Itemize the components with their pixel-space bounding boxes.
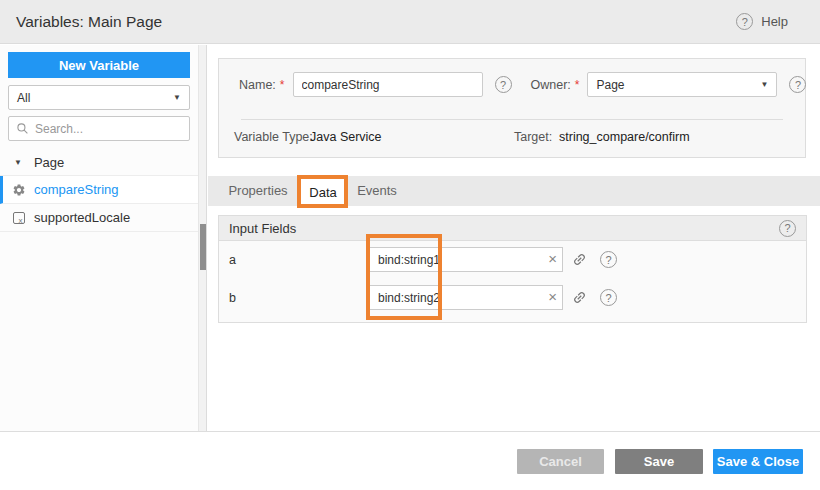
sidebar-scrollbar-track[interactable] bbox=[198, 45, 207, 431]
service-gear-icon bbox=[11, 183, 26, 197]
bind-link-icon[interactable] bbox=[569, 249, 590, 270]
expander-icon[interactable]: ▼ bbox=[14, 158, 22, 167]
variables-dialog: Variables: Main Page ? Help New Variable… bbox=[0, 0, 820, 490]
help-icon: ? bbox=[736, 13, 753, 30]
tab-properties[interactable]: Properties bbox=[216, 176, 300, 206]
field-name: b bbox=[229, 291, 369, 305]
name-label: Name: bbox=[239, 78, 276, 92]
variable-type-label: Variable Type: bbox=[234, 130, 313, 144]
tab-data[interactable]: Data bbox=[300, 176, 346, 206]
input-field-row-b: b × ? bbox=[229, 285, 617, 310]
field-help-icon[interactable]: ? bbox=[600, 289, 617, 306]
sidebar-item-supportedlocale[interactable]: x supportedLocale bbox=[0, 204, 198, 232]
name-owner-row: Name: * ? Owner: * Page ▼ ? bbox=[239, 72, 806, 97]
clear-icon[interactable]: × bbox=[548, 288, 557, 306]
input-field-row-a: a × ? bbox=[229, 247, 617, 272]
search-input[interactable] bbox=[35, 122, 175, 136]
help-label: Help bbox=[761, 14, 788, 29]
page-title: Variables: Main Page bbox=[16, 13, 162, 31]
input-fields-title: Input Fields bbox=[229, 221, 296, 236]
field-help-icon[interactable]: ? bbox=[600, 251, 617, 268]
input-fields-header: Input Fields ? bbox=[219, 216, 806, 241]
cancel-button[interactable]: Cancel bbox=[517, 449, 604, 474]
target-label: Target: bbox=[514, 130, 552, 144]
variable-type-value: Java Service bbox=[310, 130, 382, 144]
bind-link-icon[interactable] bbox=[569, 287, 590, 308]
tree-group-page[interactable]: ▼ Page bbox=[0, 150, 198, 176]
owner-value: Page bbox=[596, 78, 624, 92]
owner-dropdown[interactable]: Page ▼ bbox=[587, 72, 777, 97]
required-marker: * bbox=[575, 78, 580, 92]
help-button[interactable]: ? Help bbox=[736, 13, 788, 30]
sidebar-item-label: supportedLocale bbox=[34, 210, 130, 225]
input-fields-panel: Input Fields ? a × ? b × bbox=[218, 215, 807, 323]
binding-input-a[interactable] bbox=[369, 247, 563, 272]
search-icon bbox=[16, 122, 29, 135]
tab-bar: Properties Data Events bbox=[208, 176, 820, 206]
filter-dropdown[interactable]: All ▼ bbox=[8, 85, 190, 110]
variable-summary-form: Name: * ? Owner: * Page ▼ ? Variable Typ… bbox=[218, 58, 806, 158]
sidebar-scrollbar-thumb[interactable] bbox=[200, 224, 206, 270]
new-variable-button[interactable]: New Variable bbox=[8, 52, 190, 78]
owner-label: Owner: bbox=[531, 78, 571, 92]
save-button[interactable]: Save bbox=[615, 449, 703, 474]
binding-input-b[interactable] bbox=[369, 285, 563, 310]
required-marker: * bbox=[280, 78, 285, 92]
field-name: a bbox=[229, 253, 369, 267]
search-box bbox=[8, 116, 190, 141]
owner-help-icon[interactable]: ? bbox=[789, 76, 806, 93]
variable-field-icon: x bbox=[11, 212, 26, 224]
chevron-down-icon: ▼ bbox=[173, 93, 181, 102]
sidebar-item-label: compareString bbox=[34, 182, 119, 197]
name-field[interactable] bbox=[293, 72, 483, 97]
tree-group-label: Page bbox=[34, 155, 64, 170]
footer-bar: Cancel Save Save & Close bbox=[0, 431, 820, 490]
filter-value: All bbox=[17, 91, 30, 105]
variable-detail-pane: Name: * ? Owner: * Page ▼ ? Variable Typ… bbox=[208, 45, 820, 431]
input-fields-help-icon[interactable]: ? bbox=[779, 220, 796, 237]
header-bar: Variables: Main Page ? Help bbox=[0, 0, 820, 44]
form-divider bbox=[241, 119, 783, 120]
target-value: string_compare/confirm bbox=[559, 130, 690, 144]
clear-icon[interactable]: × bbox=[548, 250, 557, 268]
chevron-down-icon: ▼ bbox=[761, 80, 769, 89]
sidebar-item-comparestring[interactable]: compareString bbox=[0, 176, 198, 204]
variables-sidebar: New Variable All ▼ ▼ Page compareString … bbox=[0, 45, 198, 431]
name-help-icon[interactable]: ? bbox=[495, 76, 512, 93]
save-and-close-button[interactable]: Save & Close bbox=[713, 449, 803, 474]
tab-events[interactable]: Events bbox=[346, 176, 408, 206]
